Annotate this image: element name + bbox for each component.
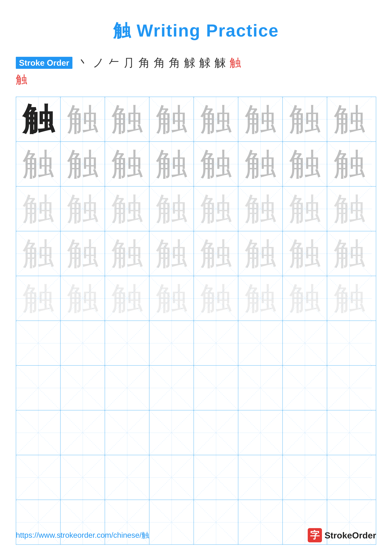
practice-char: 触 (200, 277, 232, 320)
practice-char: 触 (156, 277, 187, 320)
svg-line-82 (61, 321, 105, 365)
grid-row-2: 触 触 触 触 (16, 142, 376, 187)
svg-line-123 (238, 410, 282, 455)
grid-cell (16, 410, 61, 455)
grid-cell: 触 (150, 97, 194, 141)
practice-char: 触 (200, 143, 232, 185)
svg-line-109 (283, 366, 327, 410)
svg-line-100 (105, 366, 149, 410)
footer-logo-text: StrokeOrder (324, 530, 376, 540)
practice-char: 触 (200, 98, 232, 141)
grid-cell (283, 410, 327, 455)
practice-char: 触 (111, 232, 143, 275)
svg-line-133 (105, 455, 149, 500)
grid-cell: 触 (194, 276, 238, 321)
grid-cell: 触 (238, 142, 283, 186)
svg-line-129 (16, 455, 60, 500)
grid-cell: 触 (150, 187, 194, 231)
grid-cell: 触 (238, 187, 283, 231)
grid-cell: 触 (16, 231, 61, 276)
grid-cell (194, 455, 238, 500)
svg-line-90 (238, 321, 282, 365)
svg-line-114 (61, 410, 105, 455)
grid-cell: 触 (283, 276, 327, 321)
practice-char: 触 (67, 232, 99, 275)
grid-cell (194, 321, 238, 365)
svg-line-92 (283, 321, 327, 365)
practice-char: 触 (245, 98, 276, 141)
grid-row-4: 触 触 触 触 (16, 231, 376, 276)
svg-line-95 (327, 321, 372, 365)
grid-cell (150, 366, 194, 410)
stroke-1: 丶 (78, 55, 89, 70)
svg-line-126 (327, 410, 372, 455)
practice-char: 触 (289, 98, 321, 141)
practice-char: 触 (334, 232, 365, 275)
grid-cell (61, 410, 105, 455)
grid-cell (16, 366, 61, 410)
grid-row-9 (16, 455, 376, 500)
svg-line-134 (150, 455, 193, 500)
practice-char: 触 (334, 188, 365, 230)
grid-cell (283, 366, 327, 410)
practice-char: 触 (289, 143, 321, 185)
svg-line-138 (238, 455, 282, 500)
svg-line-137 (194, 455, 238, 500)
practice-char: 触 (22, 143, 54, 185)
stroke-order-badge: Stroke Order (16, 57, 72, 69)
grid-cell (105, 410, 150, 455)
grid-cell: 触 (238, 231, 283, 276)
svg-line-93 (283, 321, 327, 365)
practice-char: 触 (245, 143, 276, 185)
grid-cell: 触 (105, 231, 150, 276)
grid-cell (238, 455, 283, 500)
footer-logo-icon: 字 (308, 528, 322, 542)
grid-cell (327, 321, 372, 365)
grid-cell (150, 410, 194, 455)
stroke-8: 觩 (184, 55, 195, 70)
grid-cell (283, 321, 327, 365)
grid-cell: 触 (327, 231, 372, 276)
grid-cell (327, 366, 372, 410)
practice-char: 触 (111, 277, 143, 320)
grid-cell (105, 455, 150, 500)
svg-line-91 (238, 321, 282, 365)
grid-cell: 触 (61, 142, 105, 186)
svg-line-125 (283, 410, 327, 455)
stroke-9: 觩 (199, 55, 211, 70)
practice-char: 触 (245, 188, 276, 230)
grid-cell (150, 321, 194, 365)
stroke-7: 角 (169, 55, 180, 70)
grid-cell: 触 (327, 276, 372, 321)
grid-cell: 触 (61, 187, 105, 231)
svg-line-112 (16, 410, 60, 455)
grid-cell: 触 (194, 97, 238, 141)
stroke-4: ⺆ (123, 55, 135, 70)
grid-cell: 触 (283, 187, 327, 231)
footer-url[interactable]: https://www.strokeorder.com/chinese/触 (16, 530, 149, 540)
svg-line-131 (61, 455, 105, 500)
practice-char: 触 (245, 277, 276, 320)
svg-line-116 (105, 410, 149, 455)
grid-cell: 触 (150, 276, 194, 321)
practice-char: 触 (200, 232, 232, 275)
grid-cell: 触 (327, 142, 372, 186)
svg-line-140 (283, 455, 327, 500)
practice-char: 触 (156, 98, 187, 141)
svg-line-85 (105, 321, 149, 365)
svg-line-103 (150, 366, 193, 410)
practice-char: 触 (67, 143, 99, 185)
practice-char: 触 (22, 188, 54, 230)
svg-line-105 (194, 366, 238, 410)
svg-line-99 (61, 366, 105, 410)
practice-char: 触 (156, 232, 187, 275)
stroke-2: ノ (93, 55, 104, 70)
grid-cell: 触 (61, 231, 105, 276)
svg-line-81 (16, 321, 60, 365)
practice-char: 触 (156, 143, 187, 185)
svg-line-89 (194, 321, 238, 365)
grid-cell: 触 (105, 187, 150, 231)
svg-line-98 (61, 366, 105, 410)
practice-char: 触 (289, 188, 321, 230)
svg-line-96 (16, 366, 60, 410)
